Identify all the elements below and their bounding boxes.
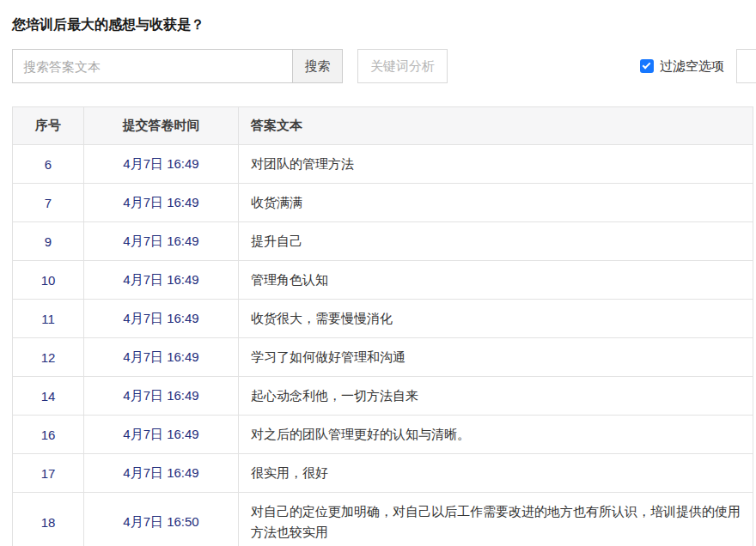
row-time: 4月7日 16:49 [84, 145, 239, 184]
table-row: 16 4月7日 16:49 对之后的团队管理更好的认知与清晰。 [13, 416, 753, 454]
filter-group: 过滤空选项 导 [640, 49, 756, 83]
column-header-time: 提交答卷时间 [84, 107, 239, 145]
row-time: 4月7日 16:49 [84, 416, 239, 454]
row-answer-text: 对自己的定位更加明确，对自己以后工作需要改进的地方也有所认识，培训提供的使用方法… [239, 493, 753, 546]
row-time: 4月7日 16:50 [84, 493, 239, 546]
row-number: 11 [13, 300, 84, 338]
export-button[interactable]: 导 [736, 49, 756, 83]
column-header-answer: 答案文本 [239, 107, 753, 145]
table-row: 7 4月7日 16:49 收货满满 [13, 184, 753, 222]
row-number: 10 [13, 261, 84, 300]
row-time: 4月7日 16:49 [84, 261, 239, 300]
row-number: 6 [13, 145, 84, 184]
table-row: 6 4月7日 16:49 对团队的管理方法 [13, 145, 753, 184]
row-number: 7 [13, 184, 84, 222]
row-answer-text: 学习了如何做好管理和沟通 [239, 338, 753, 377]
row-time: 4月7日 16:49 [84, 338, 239, 377]
row-answer-text: 对之后的团队管理更好的认知与清晰。 [239, 416, 753, 454]
table-row: 14 4月7日 16:49 起心动念利他，一切方法自来 [13, 377, 753, 416]
table-row: 18 4月7日 16:50 对自己的定位更加明确，对自己以后工作需要改进的地方也… [13, 493, 753, 546]
row-number: 12 [13, 338, 84, 377]
page-container: 您培训后最大的感想与收获是？ 搜索 关键词分析 过滤空选项 导 序号 提交答卷时… [0, 0, 756, 546]
row-answer-text: 收货满满 [239, 184, 753, 222]
table-row: 9 4月7日 16:49 提升自己 [13, 222, 753, 261]
row-time: 4月7日 16:49 [84, 377, 239, 416]
row-answer-text: 对团队的管理方法 [239, 145, 753, 184]
row-answer-text: 提升自己 [239, 222, 753, 261]
table-row: 11 4月7日 16:49 收货很大，需要慢慢消化 [13, 300, 753, 338]
keyword-analysis-button[interactable]: 关键词分析 [357, 49, 448, 83]
row-number: 14 [13, 377, 84, 416]
table-row: 12 4月7日 16:49 学习了如何做好管理和沟通 [13, 338, 753, 377]
row-time: 4月7日 16:49 [84, 300, 239, 338]
table-header-row: 序号 提交答卷时间 答案文本 [13, 107, 753, 145]
row-answer-text: 很实用，很好 [239, 454, 753, 493]
row-number: 16 [13, 416, 84, 454]
column-header-no: 序号 [13, 107, 84, 145]
row-answer-text: 起心动念利他，一切方法自来 [239, 377, 753, 416]
row-time: 4月7日 16:49 [84, 454, 239, 493]
filter-empty-label[interactable]: 过滤空选项 [660, 58, 724, 75]
search-button[interactable]: 搜索 [292, 49, 343, 83]
row-time: 4月7日 16:49 [84, 184, 239, 222]
row-number: 9 [13, 222, 84, 261]
checkmark-icon [643, 61, 651, 70]
table-row: 10 4月7日 16:49 管理角色认知 [13, 261, 753, 300]
table-row: 17 4月7日 16:49 很实用，很好 [13, 454, 753, 493]
row-number: 17 [13, 454, 84, 493]
row-answer-text: 管理角色认知 [239, 261, 753, 300]
search-input[interactable] [12, 49, 293, 83]
page-title: 您培训后最大的感想与收获是？ [12, 17, 756, 33]
row-answer-text: 收货很大，需要慢慢消化 [239, 300, 753, 338]
row-time: 4月7日 16:49 [84, 222, 239, 261]
search-group: 搜索 [12, 49, 343, 83]
filter-empty-checkbox[interactable] [640, 59, 654, 73]
toolbar: 搜索 关键词分析 过滤空选项 导 [12, 49, 756, 83]
answers-table: 序号 提交答卷时间 答案文本 6 4月7日 16:49 对团队的管理方法 7 4… [12, 106, 753, 546]
row-number: 18 [13, 493, 84, 546]
